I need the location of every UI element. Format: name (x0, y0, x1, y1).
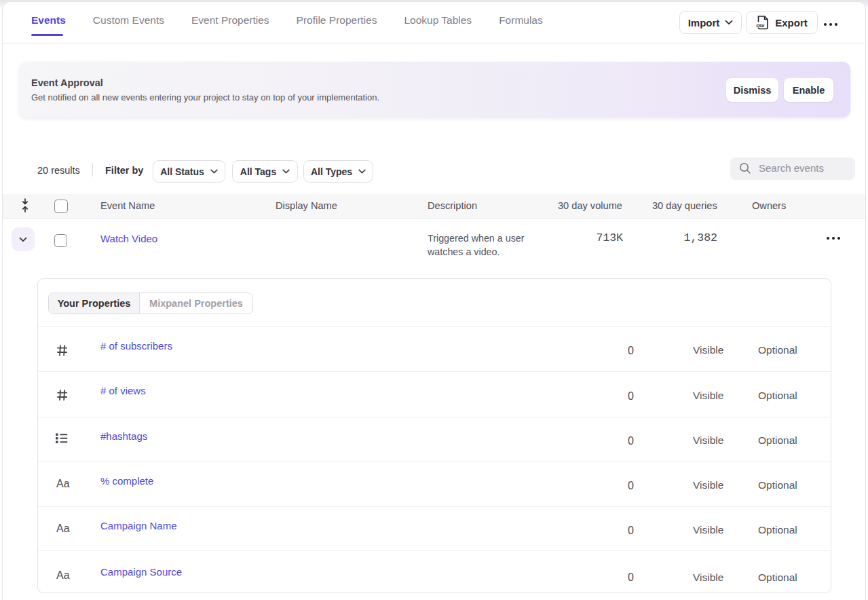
svg-text:csv: csv (756, 22, 765, 29)
